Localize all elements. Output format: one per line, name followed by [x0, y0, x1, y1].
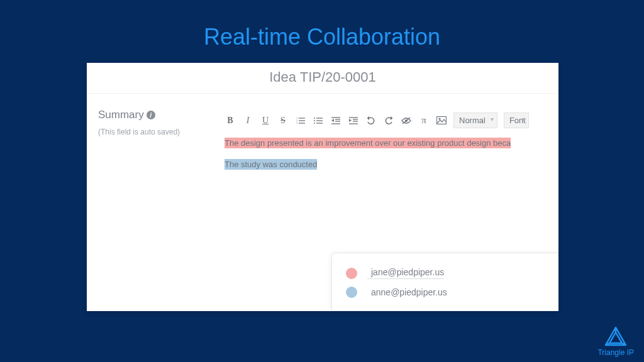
- svg-point-9: [314, 118, 315, 119]
- swatch-icon: [346, 268, 357, 279]
- svg-point-11: [314, 123, 315, 124]
- left-column: Summary i (This field is auto saved): [87, 94, 222, 310]
- unordered-list-button[interactable]: [313, 117, 324, 124]
- summary-label: Summary i: [98, 109, 222, 121]
- app-body: Summary i (This field is auto saved) B I…: [87, 94, 558, 310]
- brand-logo: Triangle IP: [597, 326, 634, 357]
- highlighted-text-user1: The design presented is an improvement o…: [225, 138, 511, 148]
- strike-button[interactable]: S: [277, 116, 289, 126]
- bold-button[interactable]: B: [225, 116, 236, 126]
- svg-text:3: 3: [296, 121, 297, 124]
- svg-point-10: [314, 120, 315, 121]
- svg-marker-16: [331, 119, 334, 122]
- highlighted-text-user2: The study was conducted: [225, 159, 317, 170]
- underline-button[interactable]: U: [260, 116, 271, 126]
- collaborator-row: anne@piedpiper.us: [346, 283, 558, 302]
- slide-title: Real-time Collaboration: [0, 0, 644, 62]
- svg-marker-23: [391, 116, 393, 120]
- summary-label-text: Summary: [98, 109, 144, 121]
- idea-title: Idea TIP/20-0001: [87, 63, 558, 94]
- autosave-note: (This field is auto saved): [98, 128, 222, 136]
- collaborator-email-input[interactable]: jane@piedpiper.us: [367, 267, 444, 279]
- equation-button[interactable]: π: [418, 115, 430, 126]
- info-icon[interactable]: i: [147, 111, 155, 119]
- svg-point-27: [439, 118, 441, 120]
- visibility-icon[interactable]: [401, 117, 412, 124]
- svg-marker-22: [367, 116, 370, 120]
- image-button[interactable]: [436, 116, 447, 124]
- right-column: B I U S 123: [222, 94, 558, 310]
- editor-textarea[interactable]: The design presented is an improvement o…: [222, 134, 558, 170]
- collaborator-row: jane@piedpiper.us: [346, 263, 558, 283]
- collaborator-email: anne@piedpiper.us: [371, 287, 447, 297]
- editor-toolbar: B I U S 123: [222, 109, 558, 134]
- swatch-icon: [346, 287, 357, 298]
- svg-marker-21: [349, 119, 352, 122]
- italic-button[interactable]: I: [242, 116, 253, 126]
- indent-button[interactable]: [348, 117, 359, 124]
- triangle-ip-icon: [603, 326, 628, 347]
- app-frame: Idea TIP/20-0001 Summary i (This field i…: [87, 63, 558, 311]
- brand-name: Triangle IP: [597, 348, 634, 357]
- paragraph-style-select[interactable]: Normal: [453, 112, 497, 128]
- font-select[interactable]: Font: [504, 112, 529, 128]
- redo-button[interactable]: [383, 116, 394, 125]
- ordered-list-button[interactable]: 123: [295, 117, 306, 124]
- outdent-button[interactable]: [330, 117, 341, 124]
- undo-button[interactable]: [365, 116, 377, 125]
- collaborators-panel: jane@piedpiper.us anne@piedpiper.us: [331, 253, 558, 310]
